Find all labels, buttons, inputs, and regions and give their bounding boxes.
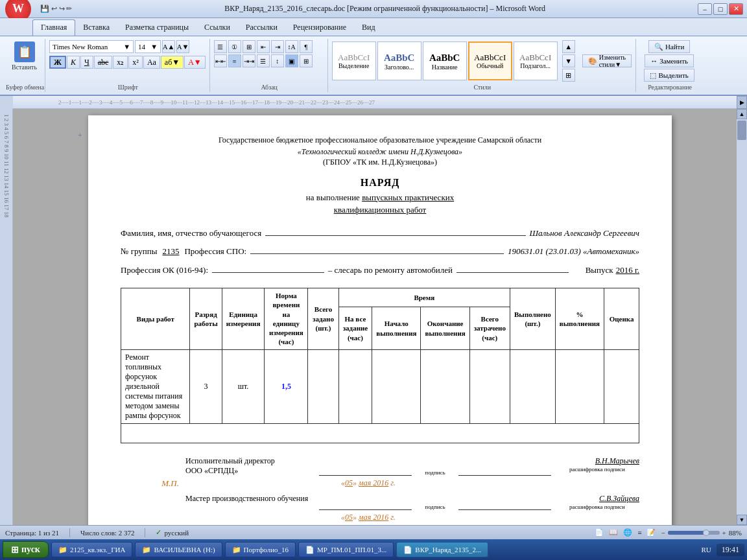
show-marks-button[interactable]: ¶ xyxy=(300,40,313,53)
minimize-button[interactable]: – xyxy=(698,3,712,15)
style-normal[interactable]: AaBbCcI Обычный xyxy=(468,41,512,80)
styles-scroll-up[interactable]: ▲ xyxy=(562,40,575,53)
taskbar-icon-2: 📁 xyxy=(232,546,241,554)
ribbon-tab-bar: Главная Вставка Разметка страницы Ссылки… xyxy=(0,18,747,36)
change-case-button[interactable]: Аа xyxy=(143,56,160,69)
zoom-minus[interactable]: − xyxy=(661,529,665,537)
taskbar-item-4[interactable]: 📄 ВКР_Наряд_2135_2... xyxy=(396,542,488,557)
director-title: Исполнительный директор ООО «СРПДЦ» xyxy=(185,456,315,476)
view-reading-icon[interactable]: 📖 xyxy=(609,528,618,537)
vertical-scrollbar[interactable]: ▲ ▼ xyxy=(737,109,747,525)
view-outline-icon[interactable]: ≡ xyxy=(637,529,641,537)
zoom-slider-area[interactable]: − + 88% xyxy=(661,529,742,537)
align-left-button[interactable]: ⇤⇤ xyxy=(214,54,227,67)
select-button[interactable]: ⬚ Выделить xyxy=(644,69,694,82)
start-button[interactable]: ⊞ пуск xyxy=(3,541,49,558)
find-icon: 🔍 xyxy=(654,43,663,51)
table-row: Ремонт топливных форсунок дизельной сист… xyxy=(121,349,639,423)
italic-button[interactable]: К xyxy=(67,56,80,69)
multilevel-list-button[interactable]: ⊞ xyxy=(243,40,255,53)
underline-button[interactable]: Ч xyxy=(80,56,93,69)
scroll-up-button[interactable]: ▲ xyxy=(737,109,747,119)
align-center-button[interactable]: ≡ xyxy=(228,54,241,67)
taskbar: ⊞ пуск 📁 2125_кв.экз._ГИА 📁 ВАСИЛЬЕВНА (… xyxy=(0,539,747,560)
tab-view[interactable]: Вид xyxy=(354,20,383,36)
close-button[interactable]: ✕ xyxy=(729,3,743,15)
master-sign-line xyxy=(319,509,412,510)
vertical-ruler: 1 2 3 4 5 6 7 8 9 10 11 12 13 14 15 16 1… xyxy=(0,109,13,525)
style-subtitle[interactable]: AaBbCcI Подзагол... xyxy=(514,41,558,80)
col-norm-time: Норма времени на единицу измерения (час) xyxy=(265,288,308,349)
font-name-selector[interactable]: Times New Roman ▼ xyxy=(49,40,134,53)
decrease-font-button[interactable]: A▼ xyxy=(176,40,189,53)
director-name-line xyxy=(458,475,551,476)
col-total-given: Всего задано (шт.) xyxy=(308,288,338,349)
font-color-button[interactable]: А▼ xyxy=(184,56,206,69)
change-styles-icon: 🎨 xyxy=(588,57,597,65)
numbering-button[interactable]: ① xyxy=(228,40,241,53)
zoom-handle[interactable] xyxy=(703,530,709,536)
line-spacing-button[interactable]: ↕ xyxy=(271,54,284,67)
styles-more[interactable]: ⊞ xyxy=(562,69,575,82)
view-web-icon[interactable]: 🌐 xyxy=(623,528,632,537)
scroll-thumb[interactable] xyxy=(737,121,746,140)
col-time-end: Окончание выполнения xyxy=(421,307,469,349)
scroll-down-button[interactable]: ▼ xyxy=(737,515,747,525)
ribbon-group-clipboard: 📋 Вставить Буфер обмена xyxy=(5,39,45,92)
taskbar-icon-0: 📁 xyxy=(58,546,67,554)
strikethrough-button[interactable]: abc xyxy=(94,56,113,69)
font-size-selector[interactable]: 14 ▼ xyxy=(135,40,161,53)
zoom-slider[interactable] xyxy=(668,531,720,535)
taskbar-item-1[interactable]: 📁 ВАСИЛЬЕВНА (Н:) xyxy=(135,542,222,557)
bullets-button[interactable]: ☰ xyxy=(214,40,227,53)
profession-spo-value: 190631.01 (23.01.03) «Автомеханик» xyxy=(508,245,639,259)
find-button[interactable]: 🔍 Найти xyxy=(648,40,690,53)
fio-row: Фамилия, имя, отчество обучающегося Шаль… xyxy=(121,227,639,240)
bold-button[interactable]: Ж xyxy=(49,56,66,69)
select-icon: ⬚ xyxy=(650,71,656,80)
taskbar-item-3[interactable]: 📄 МР_ПМ.01_ПП.01_3... xyxy=(298,542,394,557)
highlight-button[interactable]: аб▼ xyxy=(161,56,184,69)
change-styles-button[interactable]: 🎨 Изменитьстили▼ xyxy=(582,54,632,67)
taskbar-item-2[interactable]: 📁 Портфолио_16 xyxy=(225,542,296,557)
font-format-buttons: Ж К Ч abc x₂ x² Аа аб▼ А▼ xyxy=(49,56,206,69)
style-title[interactable]: AaBbC Название xyxy=(423,41,467,80)
add-content-arrow[interactable]: + xyxy=(78,115,88,519)
view-normal-icon[interactable]: 📄 xyxy=(595,528,604,537)
styles-scroll-down[interactable]: ▼ xyxy=(562,54,575,67)
replace-button[interactable]: ↔ Заменить xyxy=(645,54,694,67)
increase-font-button[interactable]: A▲ xyxy=(162,40,175,53)
shading-button[interactable]: ▣ xyxy=(285,54,298,67)
tab-home[interactable]: Главная xyxy=(32,19,75,36)
decrease-indent-button[interactable]: ⇤ xyxy=(257,40,270,53)
title-bar: W 💾 ↩ ↪ ✏ ВКР_Наряд_2135_2016_слесарь.do… xyxy=(0,0,747,18)
increase-indent-button[interactable]: ⇥ xyxy=(271,40,284,53)
col-rank: Разряд работы xyxy=(190,288,222,349)
maximize-button[interactable]: □ xyxy=(713,3,728,15)
tab-page-layout[interactable]: Разметка страницы xyxy=(117,20,196,36)
ruler-right-scroll[interactable]: ▶ xyxy=(737,96,747,109)
tab-insert[interactable]: Вставка xyxy=(75,20,117,36)
title-bar-title: ВКР_Наряд_2135_2016_слесарь.doc [Режим о… xyxy=(72,4,698,14)
zoom-plus[interactable]: + xyxy=(722,529,726,537)
paste-button[interactable]: 📋 Вставить xyxy=(8,40,41,72)
subscript-button[interactable]: x₂ xyxy=(113,56,128,69)
sort-button[interactable]: ↕A xyxy=(285,40,298,53)
justify-button[interactable]: ☰ xyxy=(257,54,270,67)
taskbar-item-0[interactable]: 📁 2125_кв.экз._ГИА xyxy=(51,542,133,557)
style-heading[interactable]: AaBbC Заголово... xyxy=(377,41,421,80)
tab-references[interactable]: Ссылки xyxy=(196,20,238,36)
align-right-button[interactable]: ⇥⇥ xyxy=(243,54,255,67)
ribbon-group-editing: 🔍 Найти ↔ Заменить ⬚ Выделить Редактиров… xyxy=(637,39,702,92)
tab-mailings[interactable]: Рассылки xyxy=(238,20,285,36)
superscript-button[interactable]: x² xyxy=(128,56,143,69)
ribbon-group-font: Times New Roman ▼ 14 ▼ A▲ A▼ Ж К Ч xyxy=(47,39,210,92)
view-draft-icon[interactable]: 📝 xyxy=(646,528,656,537)
ruler-row: 2·····1·····1·····2·····3·····4·····5···… xyxy=(0,96,747,109)
cell-done-pct xyxy=(555,349,604,423)
sign-label: подпись xyxy=(416,469,455,476)
fio-line xyxy=(265,235,525,236)
borders-button[interactable]: ⊞ xyxy=(300,54,313,67)
tab-review[interactable]: Рецензирование xyxy=(285,20,354,36)
style-highlight[interactable]: AaBbCcI Выделение xyxy=(332,41,376,80)
